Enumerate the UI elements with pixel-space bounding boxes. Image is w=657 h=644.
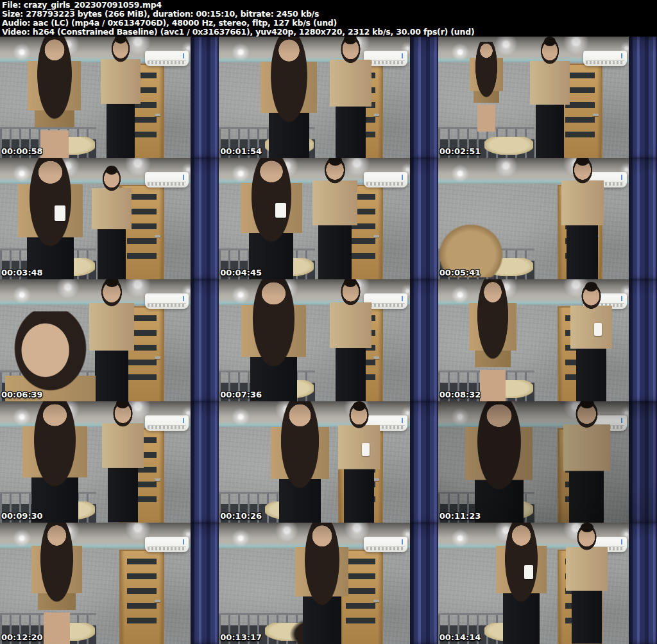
person-silhouette (223, 279, 324, 401)
person-silhouette (552, 525, 622, 644)
person-silhouette (460, 42, 513, 132)
video-thumbnail: 00:01:54 (219, 37, 438, 158)
video-thumbnail: 00:08:32 (438, 279, 657, 401)
air-conditioner (145, 172, 189, 187)
person-silhouette (316, 279, 386, 401)
person-silhouette (254, 401, 346, 523)
window-curtain (410, 158, 438, 279)
window-curtain (191, 37, 219, 158)
timestamp-overlay: 00:08:32 (439, 390, 481, 399)
video-thumbnail: 00:05:41 (438, 158, 657, 279)
person-silhouette (547, 401, 626, 523)
room-door (119, 550, 164, 644)
timestamp-overlay: 00:13:17 (220, 632, 262, 642)
timestamp-overlay: 00:10:26 (220, 511, 262, 521)
window-curtain (410, 523, 438, 644)
video-thumbnail: 00:02:51 (438, 37, 657, 158)
air-conditioner (583, 51, 627, 66)
person-silhouette (447, 401, 552, 523)
timestamp-overlay: 00:14:14 (439, 632, 481, 642)
person-silhouette (245, 37, 333, 158)
window-curtain (410, 401, 438, 523)
person-silhouette (13, 37, 96, 158)
timestamp-overlay: 00:12:20 (1, 632, 43, 642)
header-line-size: Size: 278793223 bytes (266 MiB), duratio… (2, 10, 657, 19)
person-silhouette (547, 158, 617, 279)
thumbnail-grid: 00:00:58 00:01:54 00:02:51 00:03:48 (0, 37, 657, 644)
person-silhouette (280, 523, 364, 644)
timestamp-overlay: 00:11:23 (439, 511, 481, 521)
window-curtain (629, 523, 657, 644)
person-silhouette (17, 523, 96, 644)
video-thumbnail: 00:11:23 (438, 401, 657, 523)
header-line-video: Video: h264 (Constrained Baseline) (avc1… (2, 28, 657, 37)
person-silhouette (88, 37, 153, 158)
person-silhouette (0, 311, 101, 401)
person-silhouette (482, 523, 561, 644)
video-thumbnail: 00:10:26 (219, 401, 438, 523)
timestamp-overlay: 00:05:41 (439, 268, 481, 277)
air-conditioner (145, 293, 189, 309)
video-thumbnail: 00:04:45 (219, 158, 438, 279)
header-line-file: File: crazy_girls_202307091059.mp4 (2, 1, 657, 10)
window-curtain (410, 37, 438, 158)
timestamp-overlay: 00:09:30 (1, 511, 43, 521)
person-silhouette (4, 401, 105, 523)
file-info-header: File: crazy_girls_202307091059.mp4 Size:… (0, 0, 657, 37)
window-curtain (191, 401, 219, 523)
timestamp-overlay: 00:04:45 (220, 268, 262, 277)
timestamp-overlay: 00:02:51 (439, 146, 481, 156)
timestamp-overlay: 00:00:58 (1, 146, 43, 156)
person-silhouette (556, 284, 626, 401)
video-thumbnail: 00:14:14 (438, 523, 657, 644)
video-thumbnail: 00:06:39 (0, 279, 219, 401)
video-thumbnail: 00:13:17 (219, 523, 438, 644)
person-silhouette (0, 158, 101, 279)
video-thumbnail: 00:09:30 (0, 401, 219, 523)
timestamp-overlay: 00:07:36 (220, 390, 262, 399)
window-curtain (191, 158, 219, 279)
window-curtain (629, 37, 657, 158)
window-curtain (191, 279, 219, 401)
window-curtain (629, 158, 657, 279)
header-line-audio: Audio: aac (LC) (mp4a / 0x6134706D), 480… (2, 19, 657, 28)
window-curtain (629, 401, 657, 523)
person-silhouette (223, 158, 320, 279)
window-curtain (410, 279, 438, 401)
window-curtain (191, 523, 219, 644)
video-thumbnail: 00:12:20 (0, 523, 219, 644)
video-thumbnail: 00:00:58 (0, 37, 219, 158)
video-thumbnail: 00:03:48 (0, 158, 219, 279)
timestamp-overlay: 00:06:39 (1, 390, 43, 399)
video-thumbnail: 00:07:36 (219, 279, 438, 401)
air-conditioner (364, 537, 407, 552)
person-silhouette (456, 279, 530, 401)
window-curtain (629, 279, 657, 401)
person-silhouette (517, 39, 583, 158)
timestamp-overlay: 00:01:54 (220, 146, 262, 156)
timestamp-overlay: 00:03:48 (1, 268, 43, 277)
air-conditioner (145, 537, 189, 552)
